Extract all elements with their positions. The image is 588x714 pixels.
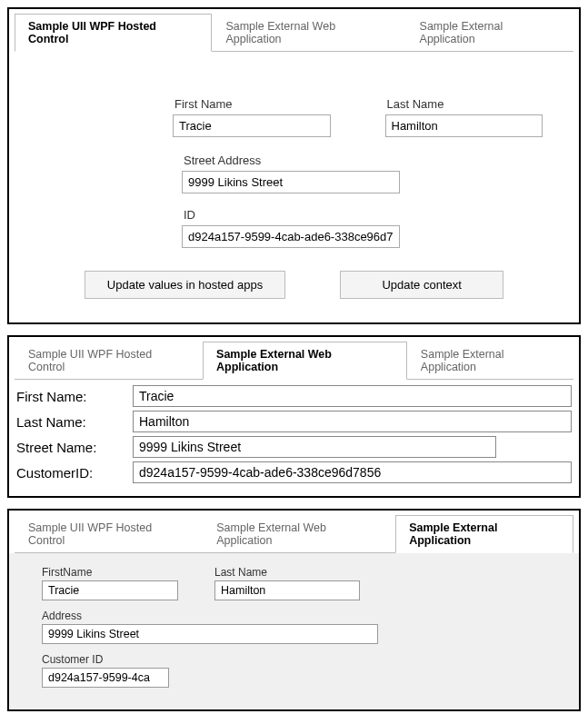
tab-external-web-app[interactable]: Sample External Web Application xyxy=(203,515,395,553)
panel-wpf-hosted-control: Sample UII WPF Hosted Control Sample Ext… xyxy=(7,7,581,324)
address-label: Address xyxy=(42,610,561,622)
id-input[interactable] xyxy=(182,225,400,248)
customer-id-input[interactable] xyxy=(133,461,572,483)
customer-id-input[interactable] xyxy=(42,668,169,688)
street-name-label: Street Name: xyxy=(16,440,133,455)
last-name-label: Last Name xyxy=(385,97,543,111)
last-name-label: Last Name xyxy=(214,566,360,579)
last-name-input[interactable] xyxy=(385,114,543,137)
tab-wpf-hosted-control[interactable]: Sample UII WPF Hosted Control xyxy=(15,14,212,52)
last-name-label: Last Name: xyxy=(16,414,133,430)
tab-external-app[interactable]: Sample External Application xyxy=(406,14,573,52)
last-name-input[interactable] xyxy=(133,411,572,432)
tabstrip-panel3: Sample UII WPF Hosted Control Sample Ext… xyxy=(9,511,579,552)
tabstrip-panel2: Sample UII WPF Hosted Control Sample Ext… xyxy=(9,337,579,379)
panel-external-web-app: Sample UII WPF Hosted Control Sample Ext… xyxy=(7,335,581,498)
address-input[interactable] xyxy=(42,624,378,644)
street-address-input[interactable] xyxy=(182,171,400,193)
panel-external-app: Sample UII WPF Hosted Control Sample Ext… xyxy=(7,509,581,711)
tab-external-app[interactable]: Sample External Application xyxy=(395,515,573,553)
street-address-label: Street Address xyxy=(182,154,543,167)
tab-external-web-app[interactable]: Sample External Web Application xyxy=(212,14,405,52)
update-hosted-apps-button[interactable]: Update values in hosted apps xyxy=(85,271,285,299)
first-name-input[interactable] xyxy=(173,114,331,137)
tabstrip-panel1: Sample UII WPF Hosted Control Sample Ext… xyxy=(9,9,579,51)
first-name-label: FirstName xyxy=(42,566,178,579)
first-name-label: First Name xyxy=(173,97,331,111)
street-name-input[interactable] xyxy=(133,436,496,458)
tab-external-app[interactable]: Sample External Application xyxy=(407,342,573,380)
tab-wpf-hosted-control[interactable]: Sample UII WPF Hosted Control xyxy=(15,342,203,380)
tab-wpf-hosted-control[interactable]: Sample UII WPF Hosted Control xyxy=(15,515,203,553)
last-name-input[interactable] xyxy=(214,580,360,600)
first-name-label: First Name: xyxy=(16,389,133,404)
first-name-input[interactable] xyxy=(42,580,178,600)
update-context-button[interactable]: Update context xyxy=(340,271,503,299)
tab-external-web-app[interactable]: Sample External Web Application xyxy=(203,342,407,380)
first-name-input[interactable] xyxy=(133,385,572,407)
customer-id-label: Customer ID xyxy=(42,653,561,666)
id-label: ID xyxy=(182,208,543,222)
customer-id-label: CustomerID: xyxy=(16,465,133,481)
